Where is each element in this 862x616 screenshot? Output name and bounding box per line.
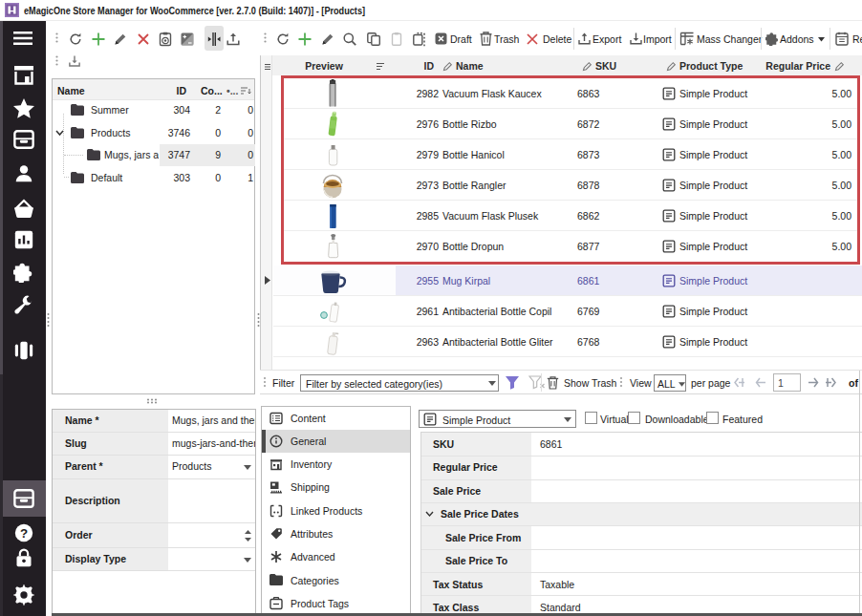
svg-text:?: ? — [20, 526, 28, 541]
